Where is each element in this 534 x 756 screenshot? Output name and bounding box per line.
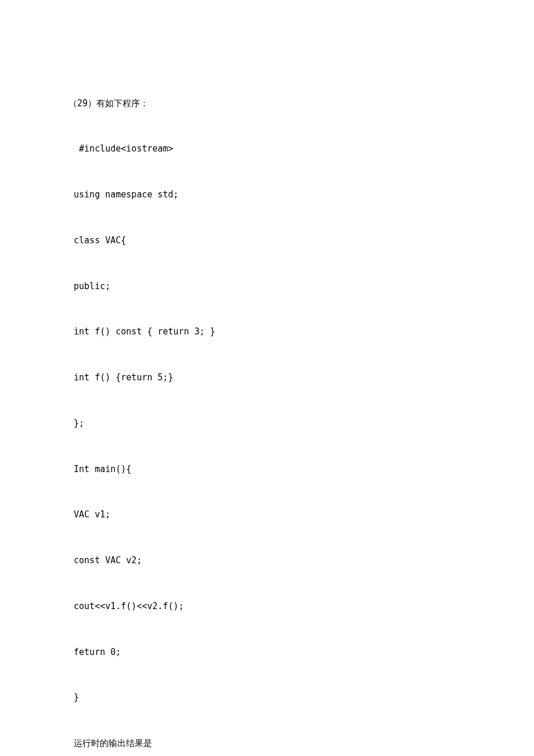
code-line: Int main(){	[68, 462, 470, 477]
code-line: （29）有如下程序：	[68, 96, 470, 111]
code-line: #include<iostream>	[68, 141, 470, 156]
code-line: public;	[68, 279, 470, 294]
code-line: VAC v1;	[68, 507, 470, 522]
code-line: }	[68, 690, 470, 705]
code-line: using namespace std;	[68, 187, 470, 202]
document-page: （29）有如下程序： #include<iostream> using name…	[0, 0, 534, 756]
code-line: const VAC v2;	[68, 553, 470, 568]
code-line: 运行时的输出结果是	[68, 736, 470, 751]
code-line: cout<<v1.f()<<v2.f();	[68, 599, 470, 614]
code-line: int f() {return 5;}	[68, 370, 470, 385]
code-line: class VAC{	[68, 233, 470, 248]
code-line: };	[68, 416, 470, 431]
code-line: int f() const { return 3; }	[68, 324, 470, 339]
code-line: feturn 0;	[68, 645, 470, 660]
